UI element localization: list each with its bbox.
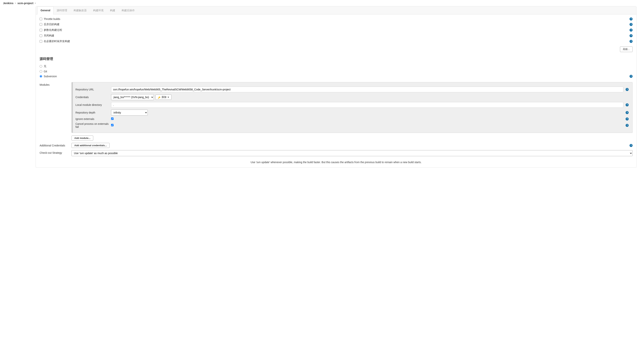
help-icon[interactable]: ? [626, 124, 628, 127]
scm-none-radio[interactable] [40, 65, 42, 68]
help-icon[interactable]: ? [630, 34, 632, 37]
tab-env[interactable]: 构建环境 [90, 7, 107, 15]
add-credential-button[interactable]: 🔑 添加 [155, 95, 172, 100]
repo-url-input[interactable] [111, 87, 623, 92]
additional-creds-label: Additional Credentials [40, 143, 72, 147]
disable-build-label: 关闭构建 [44, 34, 54, 37]
config-content: Throttle builds ? 丢弃旧的构建 ? 参数化构建过程 ? 关闭构… [36, 15, 636, 167]
scm-git-label: Git [44, 70, 47, 73]
scm-svn-label: Subversion [44, 75, 57, 78]
advanced-button[interactable]: 高级... [620, 46, 632, 52]
config-tabs: General 源码管理 构建触发器 构建环境 构建 构建后操作 [36, 7, 636, 15]
ignore-externals-label: Ignore externals [76, 117, 109, 120]
throttle-builds-checkbox[interactable] [40, 18, 42, 20]
discard-old-checkbox[interactable] [40, 23, 42, 26]
help-icon[interactable]: ? [630, 23, 632, 26]
config-panel: General 源码管理 构建触发器 构建环境 构建 构建后操作 Throttl… [36, 6, 636, 168]
credentials-label: Credentials [76, 96, 109, 99]
scm-git-option[interactable]: Git [40, 70, 47, 73]
scm-none-label: 无 [44, 65, 46, 68]
cancel-externals-label: Cancel process on externals fail [76, 122, 109, 128]
discard-old-option[interactable]: 丢弃旧的构建 [40, 23, 60, 26]
credentials-select[interactable]: jiang_bo/****** (SVN-jiang_bo) [111, 94, 154, 100]
scm-heading: 源码管理 [40, 57, 632, 61]
help-icon[interactable]: ? [630, 29, 632, 32]
scm-none-option[interactable]: 无 [40, 65, 46, 68]
parameterized-label: 参数化构建过程 [44, 28, 62, 32]
chevron-right-icon [35, 3, 36, 4]
breadcrumb: Jenkins scm-project [0, 0, 644, 6]
add-additional-creds-button[interactable]: Add additional credentials... [72, 143, 110, 148]
breadcrumb-project[interactable]: scm-project [18, 2, 34, 5]
repo-url-label: Repository URL [76, 88, 109, 91]
local-dir-input[interactable] [111, 102, 623, 108]
checkout-strategy-description: Use 'svn update' whenever possible, maki… [40, 161, 632, 164]
parameterized-checkbox[interactable] [40, 29, 42, 31]
key-icon: 🔑 [158, 96, 160, 98]
checkout-strategy-label: Check-out Strategy [40, 150, 72, 154]
throttle-builds-label: Throttle builds [44, 18, 60, 21]
disable-build-option[interactable]: 关闭构建 [40, 34, 54, 37]
tab-general[interactable]: General [37, 7, 54, 15]
tab-post[interactable]: 构建后操作 [118, 7, 138, 15]
tab-scm[interactable]: 源码管理 [54, 7, 70, 15]
help-icon[interactable]: ? [630, 144, 632, 147]
disable-build-checkbox[interactable] [40, 34, 42, 37]
help-icon[interactable]: ? [626, 117, 628, 120]
module-box: Repository URL ? Credentials [72, 82, 632, 133]
cancel-externals-checkbox[interactable] [111, 124, 114, 126]
chevron-right-icon [15, 3, 16, 4]
tab-triggers[interactable]: 构建触发器 [70, 7, 90, 15]
help-icon[interactable]: ? [626, 111, 628, 114]
help-icon[interactable]: ? [626, 103, 628, 106]
help-icon[interactable]: ? [630, 40, 632, 43]
help-icon[interactable]: ? [630, 75, 632, 78]
repo-depth-select[interactable]: infinity [111, 110, 148, 116]
checkout-strategy-select[interactable]: Use 'svn update' as much as possible [72, 150, 632, 156]
add-credential-label: 添加 [162, 95, 166, 99]
help-icon[interactable]: ? [630, 18, 632, 21]
scm-svn-option[interactable]: Subversion [40, 75, 57, 78]
parameterized-option[interactable]: 参数化构建过程 [40, 28, 62, 32]
concurrent-build-checkbox[interactable] [40, 40, 42, 43]
ignore-externals-checkbox[interactable] [111, 117, 114, 120]
concurrent-build-option[interactable]: 在必要的时候并发构建 [40, 40, 70, 43]
local-dir-label: Local module directory [76, 103, 109, 106]
concurrent-build-label: 在必要的时候并发构建 [44, 40, 70, 43]
throttle-builds-option[interactable]: Throttle builds [40, 18, 60, 21]
tab-build[interactable]: 构建 [107, 7, 118, 15]
add-module-button[interactable]: Add module... [72, 135, 93, 141]
chevron-down-icon [168, 97, 169, 98]
modules-label: Modules [40, 82, 72, 86]
scm-git-radio[interactable] [40, 70, 42, 73]
help-icon[interactable]: ? [626, 88, 628, 91]
breadcrumb-jenkins[interactable]: Jenkins [3, 2, 14, 5]
repo-depth-label: Repository depth [76, 111, 109, 114]
discard-old-label: 丢弃旧的构建 [44, 23, 60, 26]
scm-svn-radio[interactable] [40, 75, 42, 78]
